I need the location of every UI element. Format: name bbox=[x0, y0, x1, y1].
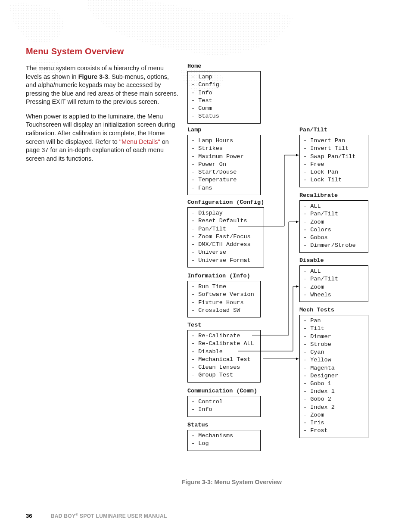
menu-item: Dimmer/Strobe bbox=[303, 242, 364, 249]
menu-recal: Recalibrate ALLPan/TiltZoomColorsGobosDi… bbox=[299, 192, 368, 253]
menu-item: Zoom Fast/Focus bbox=[191, 233, 260, 241]
footer-suffix: SPOT LUMINAIRE USER MANUAL bbox=[78, 513, 167, 519]
menu-item: Control bbox=[191, 398, 257, 406]
menu-item: Index 2 bbox=[303, 404, 364, 411]
menu-item: Config bbox=[191, 81, 257, 89]
menu-item: Cyan bbox=[303, 348, 364, 356]
menu-home: Home LampConfigInfoTestCommStatus bbox=[187, 62, 261, 124]
menu-item: DMX/ETH Address bbox=[191, 241, 260, 249]
menu-disable: Disable ALLPan/TiltZoomWheels bbox=[299, 257, 368, 302]
menu-disable-title: Disable bbox=[299, 257, 368, 264]
page-footer: 36 BAD BOY® SPOT LUMINAIRE USER MANUAL bbox=[26, 513, 167, 519]
menu-item: Info bbox=[191, 406, 257, 414]
menu-item: Run Time bbox=[191, 283, 257, 291]
menu-item: Free bbox=[303, 161, 364, 168]
menu-item: Colors bbox=[303, 226, 364, 234]
menu-item: Re-Calibrate ALL bbox=[191, 340, 257, 348]
paragraph-1: The menu system consists of a hierarchy … bbox=[26, 64, 181, 106]
menu-item: Temperature bbox=[191, 176, 257, 184]
menu-item: Wheels bbox=[303, 291, 364, 299]
menu-mech-title: Mech Tests bbox=[299, 306, 368, 314]
menu-item: Index 1 bbox=[303, 388, 364, 395]
menu-status: Status MechanismsLog bbox=[187, 421, 261, 451]
menu-item: Strobe bbox=[303, 341, 364, 348]
menu-disable-box: ALLPan/TiltZoomWheels bbox=[299, 265, 368, 302]
menu-item: Invert Tilt bbox=[303, 145, 364, 152]
menu-recal-box: ALLPan/TiltZoomColorsGobosDimmer/Strobe bbox=[299, 200, 368, 252]
menu-status-box: MechanismsLog bbox=[187, 430, 261, 451]
menu-diagram: Home LampConfigInfoTestCommStatus Lamp L… bbox=[187, 62, 386, 474]
menu-item: Status bbox=[191, 112, 257, 120]
menu-item: Info bbox=[191, 89, 257, 97]
footer-product: BAD BOY bbox=[51, 513, 75, 519]
menu-comm-box: ControlInfo bbox=[187, 396, 261, 417]
menu-item: Pan/Tilt bbox=[191, 225, 260, 233]
menu-item: Magenta bbox=[303, 364, 364, 372]
menu-pantilt-title: Pan/Tilt bbox=[299, 126, 368, 134]
menu-item: Fans bbox=[191, 184, 257, 192]
paragraph-2: When power is applied to the luminaire, … bbox=[26, 112, 181, 163]
menu-recal-title: Recalibrate bbox=[299, 192, 368, 199]
menu-item: Universe bbox=[191, 249, 260, 256]
menu-item: Software Version bbox=[191, 291, 257, 299]
menu-item: Lock Tilt bbox=[303, 176, 364, 184]
menu-item: Pan/Tilt bbox=[303, 210, 364, 218]
menu-item: Zoom bbox=[303, 411, 364, 419]
menu-item: Pan bbox=[303, 317, 364, 325]
menu-comm-title: Communication (Comm) bbox=[187, 387, 261, 395]
menu-lamp: Lamp Lamp HoursStrikesMaximum PowerPower… bbox=[187, 126, 261, 195]
menu-info-title: Information (Info) bbox=[187, 272, 261, 280]
menu-item: Reset Defaults bbox=[191, 217, 260, 225]
figure-caption: Figure 3-3: Menu System Overview bbox=[182, 479, 282, 485]
menu-item: Iris bbox=[303, 419, 364, 427]
menu-pantilt-box: Invert PanInvert TiltSwap Pan/TiltFreeLo… bbox=[299, 135, 368, 187]
menu-home-box: LampConfigInfoTestCommStatus bbox=[187, 71, 261, 123]
menu-item: Mechanical Test bbox=[191, 356, 257, 364]
menu-lamp-title: Lamp bbox=[187, 126, 261, 134]
menu-details-link[interactable]: "Menu Details" bbox=[119, 138, 160, 145]
menu-item: Display bbox=[191, 209, 260, 217]
footer-text: BAD BOY® SPOT LUMINAIRE USER MANUAL bbox=[51, 513, 167, 519]
menu-home-title: Home bbox=[187, 62, 261, 70]
menu-item: Invert Pan bbox=[303, 137, 364, 145]
menu-test-box: Re-CalibrateRe-Calibrate ALLDisableMecha… bbox=[187, 330, 261, 382]
menu-item: Dimmer bbox=[303, 333, 364, 341]
menu-item: Group Test bbox=[191, 371, 257, 379]
menu-item: Gobo 2 bbox=[303, 395, 364, 403]
menu-lamp-box: Lamp HoursStrikesMaximum PowerPower OnSt… bbox=[187, 135, 261, 195]
menu-info: Information (Info) Run TimeSoftware Vers… bbox=[187, 272, 261, 317]
menu-config-title: Configuration (Config) bbox=[187, 199, 264, 206]
menu-comm: Communication (Comm) ControlInfo bbox=[187, 387, 261, 417]
menu-mech-box: PanTiltDimmerStrobeCyanYellowMagentaDesi… bbox=[299, 315, 368, 438]
menu-item: Pan/Tilt bbox=[303, 275, 364, 283]
menu-item: Lamp Hours bbox=[191, 137, 257, 145]
menu-item: Crossload SW bbox=[191, 307, 257, 314]
menu-mech: Mech Tests PanTiltDimmerStrobeCyanYellow… bbox=[299, 306, 368, 438]
menu-pantilt: Pan/Tilt Invert PanInvert TiltSwap Pan/T… bbox=[299, 126, 368, 187]
menu-item: Comm bbox=[191, 105, 257, 112]
menu-item: Strikes bbox=[191, 145, 257, 152]
menu-item: Yellow bbox=[303, 356, 364, 364]
menu-item: Start/Douse bbox=[191, 168, 257, 176]
figure-reference: Figure 3-3 bbox=[78, 73, 108, 80]
menu-test: Test Re-CalibrateRe-Calibrate ALLDisable… bbox=[187, 321, 261, 383]
menu-item: Zoom bbox=[303, 218, 364, 226]
menu-config: Configuration (Config) DisplayReset Defa… bbox=[187, 199, 264, 268]
menu-item: Disable bbox=[191, 348, 257, 356]
section-heading: Menu System Overview bbox=[26, 47, 181, 56]
menu-item: Tilt bbox=[303, 325, 364, 333]
menu-item: Fixture Hours bbox=[191, 299, 257, 307]
menu-item: Maximum Power bbox=[191, 153, 257, 161]
menu-item: Clean Lenses bbox=[191, 364, 257, 371]
menu-config-box: DisplayReset DefaultsPan/TiltZoom Fast/F… bbox=[187, 207, 264, 268]
menu-item: Power On bbox=[191, 161, 257, 168]
menu-item: Swap Pan/Tilt bbox=[303, 153, 364, 161]
menu-item: Re-Calibrate bbox=[191, 332, 257, 340]
menu-item: Designer bbox=[303, 372, 364, 380]
menu-item: ALL bbox=[303, 202, 364, 210]
menu-item: Lock Pan bbox=[303, 168, 364, 176]
menu-item: Zoom bbox=[303, 283, 364, 291]
menu-status-title: Status bbox=[187, 421, 261, 429]
menu-item: Test bbox=[191, 97, 257, 105]
menu-item: Gobo 1 bbox=[303, 380, 364, 388]
